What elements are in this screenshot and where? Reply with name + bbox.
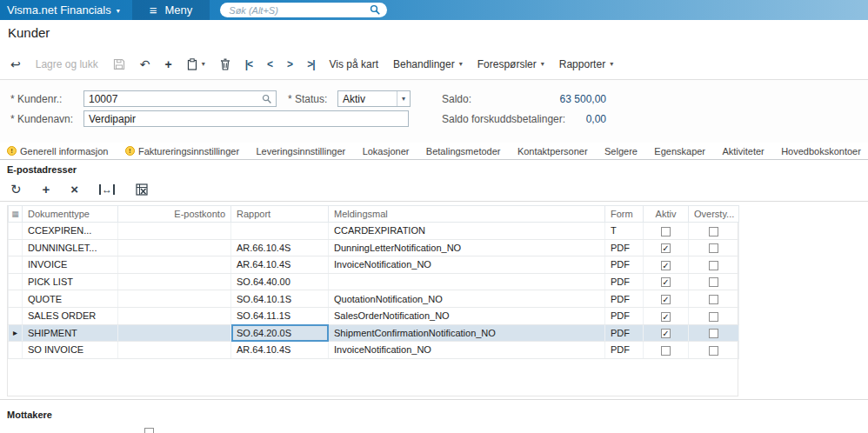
tab-kontaktpersoner[interactable]: Kontaktpersoner xyxy=(517,146,588,157)
aktiv-checkbox[interactable]: ✓ xyxy=(661,277,671,287)
cell-rapport[interactable]: AR.66.10.4S xyxy=(231,239,329,256)
cell-meldingsmal[interactable]: CCARDEXPIRATION xyxy=(329,223,605,240)
grid-delete-button[interactable]: × xyxy=(70,183,78,196)
row-selector[interactable] xyxy=(9,239,23,256)
tab-aktiviteter[interactable]: Aktiviteter xyxy=(722,146,764,157)
overstyr-checkbox[interactable] xyxy=(709,295,718,304)
menu-button[interactable]: ≡ Meny xyxy=(132,0,210,20)
grid-settings-icon[interactable]: ▦ xyxy=(9,206,23,223)
cell-dokumenttype[interactable]: DUNNINGLET... xyxy=(23,239,118,256)
row-selector[interactable] xyxy=(9,273,23,290)
copy-paste-button[interactable]: ▾ xyxy=(187,58,205,70)
cell-dokumenttype[interactable]: SHIPMENT xyxy=(23,324,118,342)
cell-form[interactable]: PDF xyxy=(605,324,644,342)
foresporsler-menu[interactable]: Forespørsler ▾ xyxy=(477,58,544,70)
cell-epostkonto[interactable] xyxy=(118,256,231,274)
cell-rapport[interactable]: SO.64.10.1S xyxy=(231,290,329,308)
selected-row-arrow-icon[interactable]: ▸ xyxy=(9,324,23,342)
table-row[interactable]: DUNNINGLET...AR.66.10.4SDunningLetterNot… xyxy=(9,239,739,256)
cell-dokumenttype[interactable]: PICK LIST xyxy=(23,273,118,290)
table-row[interactable]: SALES ORDERSO.64.11.1SSalesOrderNotifica… xyxy=(9,307,739,324)
back-button[interactable]: ↩ xyxy=(10,58,21,70)
cell-rapport[interactable]: SO.64.11.1S xyxy=(231,307,329,324)
aktiv-checkbox[interactable]: ✓ xyxy=(661,329,671,338)
cell-rapport[interactable]: SO.64.40.00 xyxy=(231,273,329,290)
tab-leveringsinnstillinger[interactable]: Leveringsinnstillinger xyxy=(256,146,345,157)
column-header-meldingsmal[interactable]: Meldingsmal xyxy=(329,206,605,223)
behandlinger-menu[interactable]: Behandlinger ▾ xyxy=(393,58,463,70)
cell-epostkonto[interactable] xyxy=(118,273,231,290)
row-selector[interactable] xyxy=(9,256,23,274)
cell-meldingsmal[interactable]: SalesOrderNotification_NO xyxy=(329,307,605,324)
undo-button[interactable]: ↶ xyxy=(140,58,150,70)
search-input[interactable] xyxy=(220,3,387,17)
cell-dokumenttype[interactable]: SALES ORDER xyxy=(23,307,118,324)
column-header-aktiv[interactable]: Aktiv xyxy=(644,206,689,223)
cell-dokumenttype[interactable]: INVOICE xyxy=(23,256,118,274)
aktiv-checkbox[interactable] xyxy=(661,227,671,236)
tab-betalingsmetoder[interactable]: Betalingsmetoder xyxy=(426,146,501,157)
save-button[interactable] xyxy=(113,58,125,70)
nav-first-button[interactable]: |< xyxy=(245,58,252,70)
tab-hovedbokskontoer[interactable]: Hovedbokskontoer xyxy=(781,146,861,157)
overstyr-checkbox[interactable] xyxy=(709,312,718,322)
table-row[interactable]: QUOTESO.64.10.1SQuotationNotification_NO… xyxy=(9,290,739,308)
cell-meldingsmal[interactable]: InvoiceNotification_NO xyxy=(329,256,605,274)
table-row[interactable]: ▸SHIPMENTSO.64.20.0SShipmentConfirmation… xyxy=(9,324,739,342)
aktiv-checkbox[interactable]: ✓ xyxy=(661,261,671,270)
overstyr-checkbox[interactable] xyxy=(709,243,718,253)
lookup-magnifier-icon[interactable] xyxy=(262,94,276,104)
cell-epostkonto[interactable] xyxy=(118,342,231,359)
cell-meldingsmal[interactable]: ShipmentConfirmationNotification_NO xyxy=(329,324,605,342)
row-selector[interactable] xyxy=(9,342,23,359)
nav-next-button[interactable]: > xyxy=(287,58,292,70)
cell-meldingsmal[interactable] xyxy=(329,273,605,290)
partial-checkbox[interactable] xyxy=(144,428,154,433)
cell-meldingsmal[interactable]: InvoiceNotification_NO xyxy=(329,342,605,359)
cell-epostkonto[interactable] xyxy=(118,290,231,308)
cell-epostkonto[interactable] xyxy=(118,307,231,324)
save-and-close-button[interactable]: Lagre og lukk xyxy=(36,58,98,70)
tab-generell-informasjon[interactable]: !Generell informasjon xyxy=(7,146,109,157)
kundenr-input[interactable] xyxy=(84,93,262,105)
aktiv-checkbox[interactable]: ✓ xyxy=(661,312,671,322)
cell-form[interactable]: PDF xyxy=(605,307,644,324)
cell-epostkonto[interactable] xyxy=(118,324,231,342)
search-icon[interactable] xyxy=(370,4,381,16)
nav-last-button[interactable]: >| xyxy=(307,58,314,70)
fit-width-button[interactable]: ↔ xyxy=(99,184,115,195)
rapporter-menu[interactable]: Rapporter ▾ xyxy=(559,58,613,70)
brand-menu[interactable]: Visma.net Financials ▾ xyxy=(7,3,120,17)
cell-epostkonto[interactable] xyxy=(118,223,231,240)
cell-rapport[interactable]: AR.64.10.4S xyxy=(231,256,329,274)
kundenavn-input[interactable] xyxy=(84,113,408,125)
column-header-dokumenttype[interactable]: Dokumenttype xyxy=(23,206,118,223)
status-select[interactable]: Aktiv ▾ xyxy=(337,90,411,107)
add-record-button[interactable]: + xyxy=(165,58,172,70)
row-selector[interactable] xyxy=(9,223,23,240)
cell-meldingsmal[interactable]: QuotationNotification_NO xyxy=(329,290,605,308)
aktiv-checkbox[interactable]: ✓ xyxy=(661,243,671,253)
column-header-e-postkonto[interactable]: E-postkonto xyxy=(118,206,231,223)
cell-rapport[interactable]: AR.64.10.4S xyxy=(231,342,329,359)
row-selector[interactable] xyxy=(9,290,23,308)
refresh-button[interactable]: ↻ xyxy=(10,183,22,196)
aktiv-checkbox[interactable]: ✓ xyxy=(661,295,671,304)
tab-lokasjoner[interactable]: Lokasjoner xyxy=(363,146,410,157)
cell-epostkonto[interactable] xyxy=(118,239,231,256)
column-header-form[interactable]: Form xyxy=(605,206,644,223)
tab-egenskaper[interactable]: Egenskaper xyxy=(654,146,705,157)
cell-form[interactable]: PDF xyxy=(605,290,644,308)
cell-form[interactable]: PDF xyxy=(605,342,644,359)
nav-prev-button[interactable]: < xyxy=(267,58,272,70)
cell-form[interactable]: PDF xyxy=(605,256,644,274)
overstyr-checkbox[interactable] xyxy=(709,329,718,338)
export-excel-button[interactable] xyxy=(136,183,148,196)
table-row[interactable]: SO INVOICEAR.64.10.4SInvoiceNotification… xyxy=(9,342,739,359)
row-selector[interactable] xyxy=(9,307,23,324)
tab-selgere[interactable]: Selgere xyxy=(604,146,638,157)
table-row[interactable]: PICK LISTSO.64.40.00PDF✓ xyxy=(9,273,739,290)
cell-form[interactable]: T xyxy=(605,223,644,240)
aktiv-checkbox[interactable] xyxy=(661,346,671,356)
column-header-oversty[interactable]: Oversty... xyxy=(689,206,739,223)
